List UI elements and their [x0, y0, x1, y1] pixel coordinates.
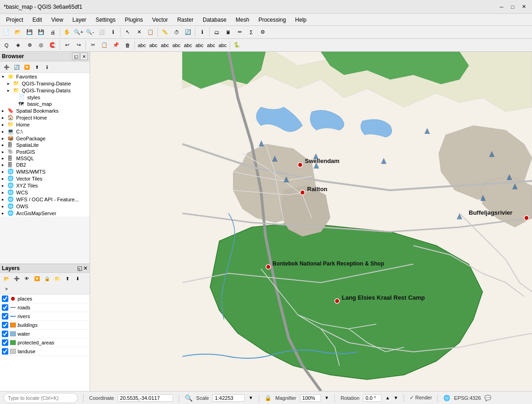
label2-btn[interactable]: abc: [148, 40, 159, 51]
browser-tree-item[interactable]: ▸🌐WMS/WMTS: [0, 168, 90, 175]
layer-check-water[interactable]: [2, 331, 8, 337]
layers-close-btn[interactable]: ✕: [83, 265, 88, 271]
layers-up-btn[interactable]: ⬆: [63, 274, 72, 283]
browser-tree-item[interactable]: ▸🏠Project Home: [0, 114, 90, 121]
browser-tree-item[interactable]: ▸🔖Spatial Bookmarks: [0, 107, 90, 114]
label4-btn[interactable]: abc: [171, 40, 182, 51]
magnifier-input[interactable]: [300, 394, 321, 402]
menu-item-view[interactable]: View: [47, 15, 67, 24]
layer-check-landuse[interactable]: [2, 348, 8, 355]
layer-item-rivers[interactable]: rivers: [0, 312, 90, 321]
browser-tree-item[interactable]: ▸💻C:\: [0, 128, 90, 135]
rotation-up[interactable]: ▲: [385, 395, 390, 400]
menu-item-help[interactable]: Help: [291, 15, 311, 24]
open-project-button[interactable]: 📂: [12, 27, 24, 38]
maximize-button[interactable]: □: [508, 2, 517, 12]
info-button[interactable]: ℹ: [197, 27, 208, 38]
save-project-button[interactable]: 💾: [24, 27, 35, 38]
layer-check-roads[interactable]: [2, 304, 8, 311]
add-ring-btn[interactable]: ◎: [36, 40, 47, 51]
python-btn[interactable]: 🐍: [231, 40, 242, 51]
browser-tree-item[interactable]: ▸📦GeoPackage: [0, 135, 90, 142]
browser-tree-item[interactable]: ▸🌐Vector Tiles: [0, 175, 90, 182]
field-calc-button[interactable]: 🖩: [223, 27, 234, 38]
browser-tree-item[interactable]: 🗺basic_map: [0, 101, 90, 107]
menu-item-plugins[interactable]: Plugins: [121, 15, 147, 24]
browser-close-btn[interactable]: ✕: [80, 53, 88, 60]
browser-tree-item[interactable]: ▸🗄SpatiaLite: [0, 142, 90, 148]
minimize-button[interactable]: ─: [497, 2, 506, 12]
move-feature-btn[interactable]: ⊕: [24, 40, 35, 51]
zoom-out-button[interactable]: 🔍-: [85, 27, 96, 38]
layer-check-places[interactable]: [2, 295, 8, 302]
browser-collapse-btn[interactable]: ⬆: [32, 62, 42, 72]
browser-tree-item[interactable]: ▾⭐Favorites: [0, 73, 90, 80]
cut-btn[interactable]: ✂: [87, 40, 98, 51]
browser-tree-item[interactable]: ▸🌐WFS / OGC API - Feature...: [0, 196, 90, 203]
measure-button[interactable]: 📏: [159, 27, 170, 38]
locate-search-input[interactable]: [4, 393, 78, 403]
snapping-btn[interactable]: 🧲: [47, 40, 58, 51]
menu-item-vector[interactable]: Vector: [148, 15, 172, 24]
label8-btn[interactable]: abc: [217, 40, 228, 51]
layers-float-btn[interactable]: ◱: [77, 265, 82, 271]
browser-tree-item[interactable]: ▸📁Home: [0, 121, 90, 128]
rotation-input[interactable]: [363, 394, 381, 402]
layer-item-water[interactable]: water: [0, 330, 90, 338]
attribute-table-button[interactable]: 📋: [145, 27, 156, 38]
browser-tree-item[interactable]: ▸🌐WCS: [0, 189, 90, 196]
layer-item-places[interactable]: places: [0, 295, 90, 303]
coordinate-input[interactable]: [118, 394, 173, 402]
refresh-button[interactable]: 🔄: [182, 27, 193, 38]
menu-item-settings[interactable]: Settings: [91, 15, 120, 24]
messages-icon[interactable]: 💬: [484, 395, 491, 401]
undo-btn[interactable]: ↩: [61, 40, 73, 51]
menu-item-mesh[interactable]: Mesh: [231, 15, 253, 24]
print-button[interactable]: 🖨: [47, 27, 58, 38]
browser-filter-btn[interactable]: 🔽: [22, 62, 31, 72]
layers-open-btn[interactable]: 📂: [2, 274, 11, 283]
browser-tree-item[interactable]: ▸📁QGIS-Training-Data\s: [0, 87, 90, 94]
layers-lock-btn[interactable]: 🔒: [42, 274, 52, 283]
browser-tree-item[interactable]: ▸🐘PostGIS: [0, 148, 90, 155]
close-button[interactable]: ✕: [519, 2, 528, 12]
label3-btn[interactable]: abc: [159, 40, 170, 51]
layers-down-btn[interactable]: ⬇: [73, 274, 82, 283]
layer-item-buildings[interactable]: buildings: [0, 321, 90, 330]
browser-tree-item[interactable]: 📄styles: [0, 94, 90, 101]
browser-tree-item[interactable]: ▸🌐XYZ Tiles: [0, 182, 90, 189]
layer-check-protected_areas[interactable]: [2, 339, 8, 346]
settings-button[interactable]: ⚙: [257, 27, 268, 38]
menu-item-layer[interactable]: Layer: [68, 15, 91, 24]
browser-add-btn[interactable]: ➕: [2, 62, 11, 72]
rotation-down[interactable]: ▼: [393, 395, 398, 400]
label7-btn[interactable]: abc: [206, 40, 217, 51]
label5-btn[interactable]: abc: [182, 40, 193, 51]
redo-btn[interactable]: ↪: [73, 40, 84, 51]
deselect-button[interactable]: ✕: [133, 27, 145, 38]
delete-btn[interactable]: 🗑: [122, 40, 133, 51]
label-btn[interactable]: abc: [136, 40, 147, 51]
label6-btn[interactable]: abc: [194, 40, 205, 51]
menu-item-raster[interactable]: Raster: [173, 15, 198, 24]
save-as-button[interactable]: 💾: [36, 27, 47, 38]
render-label[interactable]: ✓ Render: [410, 395, 432, 401]
select-button[interactable]: ↖: [122, 27, 133, 38]
zoom-in-button[interactable]: 🔍+: [73, 27, 84, 38]
browser-float-btn[interactable]: ◱: [72, 53, 79, 60]
layer-check-rivers[interactable]: [2, 313, 8, 320]
layer-check-buildings[interactable]: [2, 322, 8, 328]
stats-button[interactable]: Σ: [246, 27, 257, 38]
edit-node-btn[interactable]: ◈: [12, 40, 24, 51]
magnifier-dropdown[interactable]: ▼: [325, 395, 329, 400]
new-project-button[interactable]: 📄: [1, 27, 12, 38]
menu-item-project[interactable]: Project: [2, 15, 27, 24]
menu-item-edit[interactable]: Edit: [28, 15, 46, 24]
browser-tree-item[interactable]: ▸🌐OWS: [0, 203, 90, 210]
layer-item-protected_areas[interactable]: protected_areas: [0, 338, 90, 347]
layers-group-btn[interactable]: 📁: [53, 274, 62, 283]
map-area[interactable]: Swellendam Railton Buffeljagsrivier Bont…: [90, 52, 532, 391]
menu-item-database[interactable]: Database: [199, 15, 230, 24]
paste-btn[interactable]: 📌: [110, 40, 121, 51]
browser-tree-item[interactable]: ▸🌐ArcGisMapServer: [0, 210, 90, 217]
